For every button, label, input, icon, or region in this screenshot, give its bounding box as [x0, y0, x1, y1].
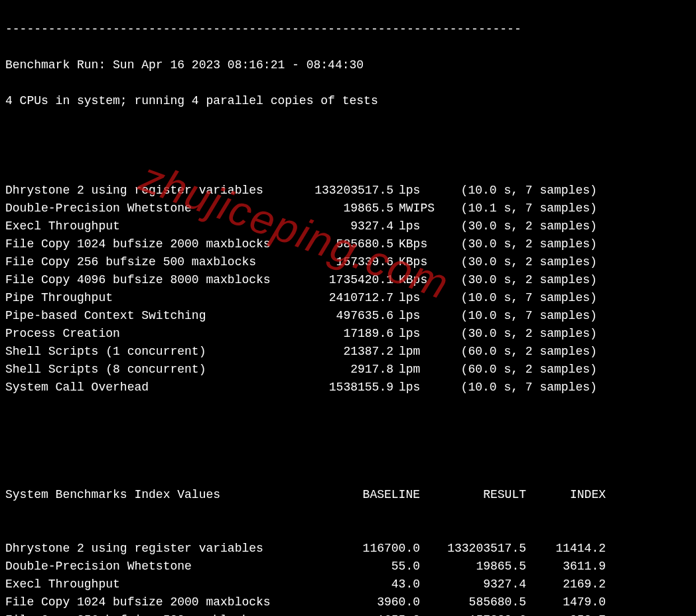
result-unit: lpm — [393, 361, 439, 379]
result-row: File Copy 1024 bufsize 2000 maxblocks585… — [5, 235, 691, 253]
result-unit: lpm — [393, 343, 439, 361]
index-header-name: System Benchmarks Index Values — [5, 486, 311, 504]
result-row: Shell Scripts (8 concurrent)2917.8lpm(60… — [5, 361, 691, 379]
index-name: File Copy 256 bufsize 500 maxblocks — [5, 611, 311, 616]
result-row: Double-Precision Whetstone19865.5MWIPS(1… — [5, 200, 691, 217]
result-row: File Copy 256 bufsize 500 maxblocks15733… — [5, 253, 691, 271]
index-index: 2169.2 — [526, 576, 606, 593]
index-name: Double-Precision Whetstone — [5, 558, 311, 576]
result-row: File Copy 4096 bufsize 8000 maxblocks173… — [5, 271, 691, 289]
index-baseline: 43.0 — [311, 576, 420, 593]
result-value: 19865.5 — [294, 200, 393, 217]
result-samples: 2 samples) — [518, 361, 597, 379]
benchmark-run-line: Benchmark Run: Sun Apr 16 2023 08:16:21 … — [5, 56, 691, 74]
index-header-index: INDEX — [526, 486, 606, 504]
index-header-baseline: BASELINE — [311, 486, 420, 504]
blank-line — [5, 128, 691, 146]
result-unit: lps — [393, 182, 439, 200]
result-timing: (30.0 s, — [439, 235, 518, 253]
result-row: Shell Scripts (1 concurrent)21387.2lpm(6… — [5, 343, 691, 361]
result-row: Process Creation17189.6lps(30.0 s, 2 sam… — [5, 325, 691, 343]
result-name: Dhrystone 2 using register variables — [5, 182, 294, 200]
result-name: Double-Precision Whetstone — [5, 200, 294, 217]
index-baseline: 116700.0 — [311, 540, 420, 558]
index-name: Dhrystone 2 using register variables — [5, 540, 311, 558]
result-name: Execl Throughput — [5, 217, 294, 235]
results-block: Dhrystone 2 using register variables1332… — [5, 182, 691, 397]
index-header-result: RESULT — [420, 486, 526, 504]
index-row: File Copy 256 bufsize 500 maxblocks1655.… — [5, 611, 691, 616]
blank-line — [5, 432, 691, 450]
index-header-row: System Benchmarks Index Values BASELINE … — [5, 486, 691, 504]
index-baseline: 3960.0 — [311, 593, 420, 611]
result-timing: (10.0 s, — [439, 379, 518, 397]
result-row: Pipe Throughput2410712.7lps(10.0 s, 7 sa… — [5, 289, 691, 307]
result-timing: (10.1 s, — [439, 200, 518, 217]
result-name: Pipe Throughput — [5, 289, 294, 307]
result-value: 157339.6 — [294, 253, 393, 271]
result-timing: (10.0 s, — [439, 307, 518, 325]
result-value: 497635.6 — [294, 307, 393, 325]
result-unit: KBps — [393, 235, 439, 253]
result-name: File Copy 256 bufsize 500 maxblocks — [5, 253, 294, 271]
result-name: File Copy 4096 bufsize 8000 maxblocks — [5, 271, 294, 289]
result-name: File Copy 1024 bufsize 2000 maxblocks — [5, 235, 294, 253]
result-samples: 7 samples) — [518, 182, 597, 200]
result-value: 133203517.5 — [294, 182, 393, 200]
result-timing: (30.0 s, — [439, 217, 518, 235]
index-row: Double-Precision Whetstone55.019865.5361… — [5, 558, 691, 576]
result-timing: (10.0 s, — [439, 182, 518, 200]
index-name: File Copy 1024 bufsize 2000 maxblocks — [5, 593, 311, 611]
result-samples: 2 samples) — [518, 271, 597, 289]
result-value: 9327.4 — [294, 217, 393, 235]
index-result: 9327.4 — [420, 576, 526, 593]
result-samples: 2 samples) — [518, 235, 597, 253]
index-index: 1479.0 — [526, 593, 606, 611]
separator-line: ----------------------------------------… — [5, 21, 691, 38]
result-unit: lps — [393, 379, 439, 397]
result-unit: KBps — [393, 253, 439, 271]
index-result: 133203517.5 — [420, 540, 526, 558]
index-baseline: 1655.0 — [311, 611, 420, 616]
result-value: 1735420.1 — [294, 271, 393, 289]
result-name: System Call Overhead — [5, 379, 294, 397]
result-unit: KBps — [393, 271, 439, 289]
index-row: File Copy 1024 bufsize 2000 maxblocks396… — [5, 593, 691, 611]
result-samples: 2 samples) — [518, 325, 597, 343]
result-samples: 7 samples) — [518, 200, 597, 217]
result-value: 21387.2 — [294, 343, 393, 361]
result-samples: 2 samples) — [518, 343, 597, 361]
result-samples: 7 samples) — [518, 307, 597, 325]
index-row: Dhrystone 2 using register variables1167… — [5, 540, 691, 558]
index-result: 585680.5 — [420, 593, 526, 611]
result-timing: (60.0 s, — [439, 343, 518, 361]
cpu-info-line: 4 CPUs in system; running 4 parallel cop… — [5, 92, 691, 110]
result-unit: lps — [393, 307, 439, 325]
index-block: Dhrystone 2 using register variables1167… — [5, 540, 691, 616]
index-index: 950.7 — [526, 611, 606, 616]
index-name: Execl Throughput — [5, 576, 311, 593]
terminal-output: ----------------------------------------… — [0, 0, 696, 616]
result-name: Pipe-based Context Switching — [5, 307, 294, 325]
result-timing: (30.0 s, — [439, 253, 518, 271]
result-row: Execl Throughput9327.4lps(30.0 s, 2 samp… — [5, 217, 691, 235]
index-result: 19865.5 — [420, 558, 526, 576]
result-unit: lps — [393, 217, 439, 235]
result-name: Shell Scripts (8 concurrent) — [5, 361, 294, 379]
result-timing: (10.0 s, — [439, 289, 518, 307]
result-timing: (60.0 s, — [439, 361, 518, 379]
index-index: 3611.9 — [526, 558, 606, 576]
result-timing: (30.0 s, — [439, 271, 518, 289]
result-unit: lps — [393, 325, 439, 343]
result-unit: MWIPS — [393, 200, 439, 217]
result-value: 585680.5 — [294, 235, 393, 253]
result-value: 17189.6 — [294, 325, 393, 343]
result-samples: 7 samples) — [518, 379, 597, 397]
result-timing: (30.0 s, — [439, 325, 518, 343]
index-result: 157339.6 — [420, 611, 526, 616]
result-value: 1538155.9 — [294, 379, 393, 397]
result-unit: lps — [393, 289, 439, 307]
result-samples: 2 samples) — [518, 217, 597, 235]
result-name: Process Creation — [5, 325, 294, 343]
result-row: System Call Overhead1538155.9lps(10.0 s,… — [5, 379, 691, 397]
